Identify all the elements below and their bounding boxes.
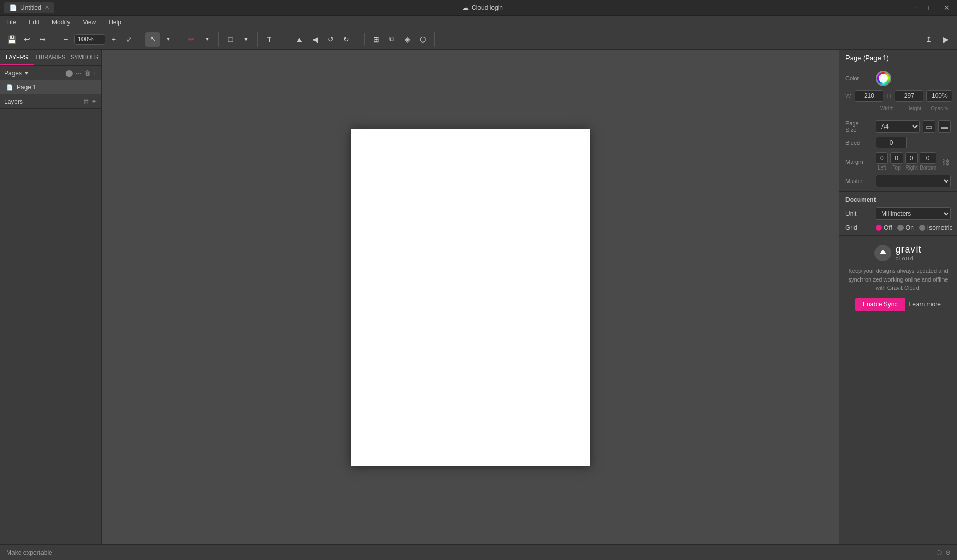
- minimize-button[interactable]: −: [911, 3, 921, 13]
- pages-text: Pages: [4, 69, 22, 77]
- menu-edit[interactable]: Edit: [26, 18, 42, 27]
- toolbar-group-tools: ↖ ▼: [145, 32, 180, 47]
- gravit-logo-name: gravit: [895, 244, 921, 255]
- shape-icon: □: [228, 35, 233, 44]
- margin-right-input[interactable]: [905, 152, 918, 164]
- cloud-icon: ☁: [462, 4, 469, 11]
- canvas-area[interactable]: [102, 50, 839, 544]
- opacity-input[interactable]: [926, 90, 952, 102]
- undo-button[interactable]: ↩: [20, 32, 34, 47]
- margin-bottom-input[interactable]: [920, 152, 936, 164]
- page-size-select[interactable]: A4 A3 A5 Letter Custom: [876, 120, 920, 133]
- margin-bottom-field: Bottom: [920, 152, 936, 171]
- statusbar-icon-2[interactable]: ⊕: [945, 549, 951, 556]
- menu-file[interactable]: File: [4, 18, 18, 27]
- select-icon: ↖: [149, 34, 156, 44]
- menu-help[interactable]: Help: [106, 18, 124, 27]
- grid-isometric-radio[interactable]: [919, 225, 925, 231]
- bleed-input[interactable]: [876, 137, 907, 148]
- zoom-out-button[interactable]: −: [59, 32, 73, 47]
- grid-off-radio[interactable]: [876, 225, 882, 231]
- height-label: H: [886, 93, 891, 99]
- add-page-icon[interactable]: +: [93, 69, 97, 77]
- close-button[interactable]: ✕: [940, 3, 953, 13]
- unit-label: Unit: [845, 210, 871, 217]
- toolbar-group-pen: ✏ ▼: [184, 32, 219, 47]
- statusbar-icon-1[interactable]: ⬡: [936, 549, 942, 556]
- page-item-1[interactable]: 📄 Page 1: [0, 80, 101, 94]
- redo-button[interactable]: ↪: [35, 32, 50, 47]
- margin-left-input[interactable]: [876, 152, 888, 164]
- grid-on-radio[interactable]: [897, 225, 904, 231]
- grid-on-option[interactable]: On: [897, 224, 914, 231]
- margin-link-button[interactable]: ⛓: [940, 157, 951, 167]
- pages-list: 📄 Page 1: [0, 80, 101, 94]
- height-input[interactable]: [895, 90, 923, 102]
- page-options-icon[interactable]: ⋯: [75, 69, 82, 77]
- rotate-left-button[interactable]: ↺: [323, 32, 338, 47]
- menu-view[interactable]: View: [80, 18, 98, 27]
- height-field: H: [886, 93, 892, 99]
- zoom-in-button[interactable]: +: [106, 32, 121, 47]
- master-select[interactable]: [876, 175, 951, 187]
- menu-modify[interactable]: Modify: [50, 18, 72, 27]
- pen-tool-button[interactable]: ✏: [184, 32, 199, 47]
- grid-button[interactable]: ⊞: [369, 32, 384, 47]
- grid-off-option[interactable]: Off: [876, 224, 892, 231]
- duplicate-button[interactable]: ⧉: [385, 32, 399, 47]
- pages-dropdown-icon[interactable]: ▼: [24, 70, 29, 76]
- color-picker[interactable]: [876, 71, 891, 86]
- export-button[interactable]: ↥: [922, 32, 936, 47]
- grid-off-label: Off: [884, 224, 892, 231]
- gravit-logo-icon: [874, 245, 891, 261]
- gravit-logo-sub: cloud: [895, 255, 921, 261]
- right-panel: Page (Page 1) Color W H: [839, 50, 957, 544]
- tab-libraries[interactable]: LIBRARIES: [34, 50, 67, 65]
- zoom-display[interactable]: 100%: [74, 34, 105, 45]
- panel-tabs: LAYERS LIBRARIES SYMBOLS: [0, 50, 101, 66]
- cloud-login-area[interactable]: ☁ Cloud login: [462, 4, 503, 11]
- rotate-right-button[interactable]: ↻: [339, 32, 353, 47]
- pen-dropdown-icon: ▼: [204, 36, 210, 42]
- page-toggle-icon[interactable]: ⬤: [65, 69, 73, 77]
- toolbar-group-arrange: ⊞ ⧉ ◈ ⬡: [369, 32, 435, 47]
- master-label: Master: [845, 178, 871, 184]
- align-button[interactable]: ◈: [400, 32, 415, 47]
- maximize-button[interactable]: □: [926, 3, 936, 13]
- statusbar: Make exportable ⬡ ⊕: [0, 544, 957, 560]
- page-orientation-portrait[interactable]: ▭: [923, 120, 935, 133]
- grid-isometric-option[interactable]: Isometric: [919, 224, 953, 231]
- titlebar-tab-untitled[interactable]: 📄 Untitled ✕: [4, 2, 54, 13]
- fit-page-button[interactable]: ⤢: [122, 32, 136, 47]
- learn-more-button[interactable]: Learn more: [909, 301, 941, 308]
- layers-content: [0, 109, 101, 544]
- duplicate-icon: ⧉: [389, 35, 394, 44]
- text-tool-button[interactable]: T: [262, 32, 277, 47]
- add-layer-icon[interactable]: ✦: [91, 97, 97, 105]
- zoom-value: 100%: [78, 36, 94, 43]
- select-tool-button[interactable]: ↖: [145, 32, 160, 47]
- enable-sync-button[interactable]: Enable Sync: [855, 298, 905, 311]
- pen-arrow[interactable]: ▼: [200, 32, 214, 47]
- tab-layers[interactable]: LAYERS: [0, 50, 34, 65]
- shape-arrow[interactable]: ▼: [239, 32, 253, 47]
- select-arrow[interactable]: ▼: [161, 32, 175, 47]
- save-button[interactable]: 💾: [4, 32, 19, 47]
- margin-top-input[interactable]: [890, 152, 903, 164]
- page-orientation-landscape[interactable]: ▬: [938, 120, 951, 133]
- tab-symbols[interactable]: SYMBOLS: [67, 50, 101, 65]
- distribute-button[interactable]: ⬡: [416, 32, 430, 47]
- export-icon: ↥: [926, 35, 932, 44]
- tab-close-button[interactable]: ✕: [45, 4, 49, 11]
- delete-page-icon[interactable]: 🗑: [84, 69, 91, 77]
- shape-tool-button[interactable]: □: [223, 32, 238, 47]
- layers-label: Layers: [4, 98, 83, 105]
- flip-vertical-button[interactable]: ▲: [292, 32, 307, 47]
- width-input[interactable]: [855, 90, 883, 102]
- play-button[interactable]: ▶: [938, 32, 953, 47]
- delete-layer-icon[interactable]: 🗑: [83, 97, 89, 105]
- grid-label: Grid: [845, 224, 871, 231]
- flip-horizontal-button[interactable]: ◀: [308, 32, 322, 47]
- page-size-controls: A4 A3 A5 Letter Custom ▭ ▬: [876, 120, 951, 133]
- unit-select[interactable]: Millimeters Pixels Inches Points Centime…: [876, 207, 951, 220]
